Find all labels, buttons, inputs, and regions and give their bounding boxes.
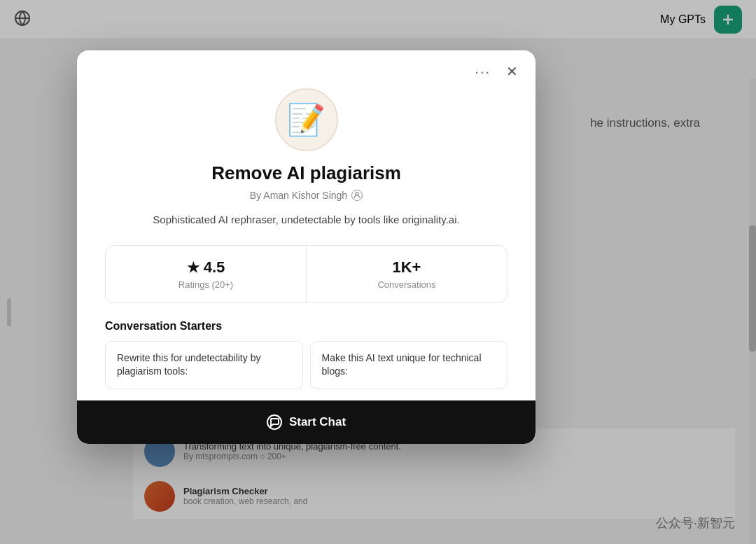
gpt-avatar: 📝 xyxy=(275,88,338,151)
more-options-icon[interactable]: ··· xyxy=(475,64,491,80)
rating-label: Ratings (20+) xyxy=(178,279,233,290)
watermark: 公众号·新智元 xyxy=(656,515,735,531)
starter-card-2[interactable]: Make this AI text unique for technical b… xyxy=(310,341,508,389)
rating-stat: ★ 4.5 Ratings (20+) xyxy=(106,246,307,302)
modal-body: 📝 Remove AI plagiarism By Aman Kishor Si… xyxy=(77,81,536,400)
star-icon: ★ xyxy=(187,259,200,276)
stats-row: ★ 4.5 Ratings (20+) 1K+ Conversations xyxy=(105,245,507,303)
chat-bubble-icon xyxy=(267,414,282,430)
starters-title: Conversation Starters xyxy=(105,320,507,333)
modal-header: ··· ✕ xyxy=(77,50,536,81)
gpt-description: Sophisticated AI rephraser, undetectable… xyxy=(153,212,459,228)
gpt-detail-modal: ··· ✕ 📝 Remove AI plagiarism By Aman Kis… xyxy=(77,50,536,444)
conversations-label: Conversations xyxy=(377,279,435,290)
gpt-title: Remove AI plagiarism xyxy=(211,162,401,184)
starters-grid: Rewrite this for undetectability by plag… xyxy=(105,341,507,389)
conversations-stat: 1K+ Conversations xyxy=(307,246,507,302)
author-verified-icon xyxy=(351,190,363,201)
close-button[interactable]: ✕ xyxy=(502,62,522,81)
conversation-starters-section: Conversation Starters Rewrite this for u… xyxy=(105,320,507,389)
start-chat-button[interactable]: Start Chat xyxy=(77,400,536,444)
starter-card-1[interactable]: Rewrite this for undetectability by plag… xyxy=(105,341,303,389)
gpt-author: By Aman Kishor Singh xyxy=(250,190,363,201)
